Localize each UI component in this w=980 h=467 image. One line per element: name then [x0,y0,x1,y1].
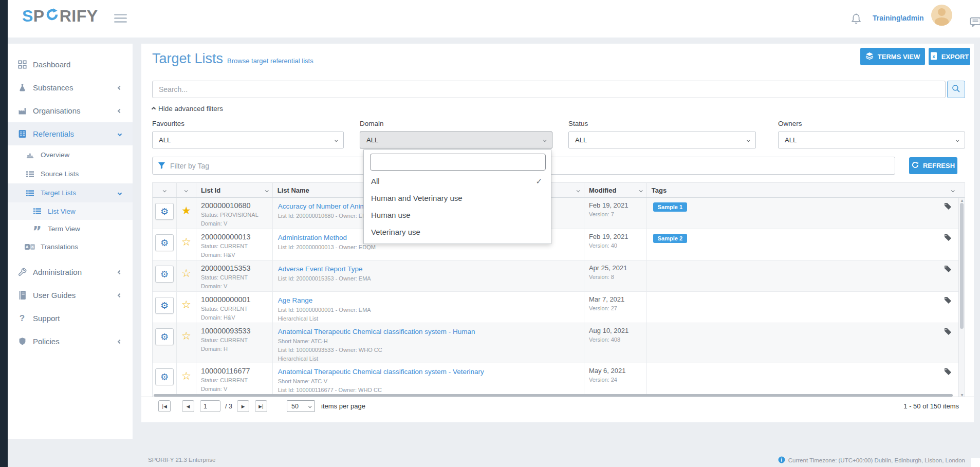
last-page-button[interactable]: ▶| [255,400,267,412]
table-row: ⚙ 200000010680Status: PROVISIONALDomain:… [153,198,965,229]
refresh-icon [912,161,919,170]
row-settings-button[interactable]: ⚙ [155,234,174,251]
search-input[interactable] [152,81,946,98]
tag-badge: Sample 1 [653,202,687,212]
domain-option-veterinary[interactable]: Veterinary use✓ [364,223,551,240]
refresh-button[interactable]: REFRESH [909,157,957,174]
modified-date: Aug 10, 2021 [589,327,646,334]
scroll-down-arrow-icon[interactable]: ▼ [959,393,965,397]
bell-icon[interactable] [850,13,862,27]
list-icon [25,188,35,199]
search-button[interactable] [947,81,965,98]
column-header-tags[interactable]: Tags [647,183,965,197]
tag-icon[interactable] [944,265,951,274]
row-settings-button[interactable]: ⚙ [155,297,174,314]
avatar[interactable] [931,5,952,26]
scroll-up-arrow-icon[interactable]: ▲ [959,198,965,202]
list-name-link[interactable]: Administration Method [278,234,347,241]
version-label: Version: 27 [589,305,646,312]
status-select[interactable]: ALL [568,132,756,148]
table-row: ⚙ 200000000013Status: CURRENTDomain: H&V… [153,229,965,260]
favourite-star-toggle[interactable] [181,330,191,342]
dropdown-search-input[interactable] [370,154,546,171]
list-name-link[interactable]: Anatomical Therapeutic Chemical classifi… [278,328,475,335]
current-user-label[interactable]: Training\admin [873,14,924,22]
quotes-icon: ” [32,223,42,234]
list-name-link[interactable]: Age Range [278,296,313,304]
chevron-down-icon [265,189,268,192]
row-settings-button[interactable]: ⚙ [155,203,174,220]
next-page-button[interactable]: ▶ [237,400,249,412]
pagination-bar: |◀ ◀ / 3 ▶ ▶| 50 items per page 1 - 50 o… [141,397,974,415]
hide-advanced-filters-toggle[interactable]: Hide advanced filters [152,105,223,113]
version-label: Version: 24 [589,377,646,383]
logo-letter-s: S [22,7,33,26]
logo-letters-rify: RIFY [60,7,98,26]
column-menu[interactable] [153,183,177,197]
owners-select[interactable]: ALL [778,132,965,148]
sidebar-item-label: Substances [33,83,73,92]
favourites-select[interactable]: ALL [152,132,344,148]
sidebar-item-policies[interactable]: Policies [8,330,133,353]
table-vertical-scrollbar[interactable]: ▲ ▼ [958,198,965,397]
logo-sync-icon [45,7,60,26]
export-button[interactable]: x EXPORT [929,48,970,65]
chat-widget-corner[interactable] [971,458,980,467]
list-id: 200000010680 [201,201,272,210]
favourite-star-toggle[interactable] [181,204,191,217]
tag-icon[interactable] [944,368,951,377]
page-number-input[interactable] [200,400,220,412]
modified-date: Mar 7, 2021 [589,295,646,303]
domain-select[interactable]: ALL [360,132,552,148]
favourite-star-toggle[interactable] [181,370,191,382]
sidebar-item-label: User Guides [33,291,76,300]
modified-date: Feb 19, 2021 [589,201,646,209]
sidebar-item-list-view[interactable]: List View [8,202,133,220]
book-icon [17,290,27,301]
list-name-link[interactable]: Adverse Event Report Type [278,265,363,273]
sidebar-item-dashboard[interactable]: Dashboard [8,53,133,76]
tag-icon[interactable] [944,296,951,306]
column-header-list-id[interactable]: List Id [196,183,273,197]
menu-toggle-icon[interactable] [114,14,127,25]
column-menu[interactable] [177,183,196,197]
domain-option-all[interactable]: All✓ [364,173,551,190]
table-row: ⚙ 100000000001Status: CURRENTDomain: H&V… [153,292,965,323]
status-label: Status [568,120,588,127]
sidebar-item-user-guides[interactable]: User Guides [8,284,133,307]
list-name-link[interactable]: Accuracy of Number of Animals [278,202,375,210]
tag-icon[interactable] [944,328,951,337]
row-settings-button[interactable]: ⚙ [155,328,174,345]
domain-option-human-and-veterinary[interactable]: Human and Veterinary use✓ [364,190,551,207]
table-row: ⚙ 100000093533Status: CURRENTDomain: H A… [153,323,965,363]
previous-page-button[interactable]: ◀ [182,400,194,412]
question-icon: ? [17,313,27,324]
sidebar-item-referentials[interactable]: Referentials [8,122,133,145]
favourite-star-toggle[interactable] [181,236,191,248]
sidebar-item-organisations[interactable]: Organisations [8,99,133,122]
column-header-modified[interactable]: Modified [584,183,647,197]
sidebar-item-target-lists[interactable]: Target Lists [8,183,133,202]
chat-icon[interactable] [970,17,980,29]
row-settings-button[interactable]: ⚙ [155,368,174,385]
sidebar-item-support[interactable]: ? Support [8,307,133,330]
domain-option-human[interactable]: Human use✓ [364,207,551,223]
sidebar-item-overview[interactable]: Overview [8,145,133,164]
page-size-select[interactable]: 50 [287,400,315,412]
tag-icon[interactable] [944,234,951,243]
list-name-link[interactable]: Anatomical Therapeutic Chemical classifi… [278,368,484,376]
favourite-star-toggle[interactable] [181,298,191,311]
sidebar-item-administration[interactable]: Administration [8,260,133,284]
tag-icon[interactable] [944,202,951,212]
scrollbar-thumb[interactable] [960,203,964,329]
row-settings-button[interactable]: ⚙ [155,266,174,283]
target-lists-table: List Id List Name Modified Tags ⚙ 200000… [152,182,965,398]
first-page-button[interactable]: |◀ [158,400,171,412]
sidebar-item-source-lists[interactable]: Source Lists [8,164,133,183]
app-screen: SPRIFY Training\admin Dashboard Substanc… [0,0,980,467]
sidebar-item-translations[interactable]: Aa Translations [8,237,133,256]
sidebar-item-term-view[interactable]: ” Term View [8,220,133,237]
sidebar-item-substances[interactable]: Substances [8,76,133,99]
terms-view-button[interactable]: TERMS VIEW [860,48,925,65]
favourite-star-toggle[interactable] [181,267,191,279]
